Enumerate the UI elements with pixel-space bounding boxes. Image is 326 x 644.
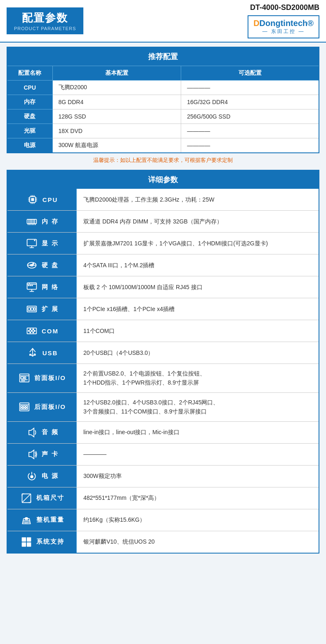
detail-label-text-system: 系统支持: [36, 538, 64, 546]
svg-rect-70: [21, 408, 22, 410]
detail-value-size: 482*551*177mm（宽*深*高）: [77, 487, 319, 509]
system-icon: [20, 535, 33, 549]
svg-rect-69: [26, 406, 27, 408]
detail-label-text-audio: 音 频: [42, 428, 58, 436]
page-title-cn: 配置参数: [22, 11, 68, 25]
svg-rect-44: [31, 308, 33, 311]
svg-point-52: [33, 332, 34, 333]
front-icon: [18, 371, 31, 385]
svg-rect-43: [28, 308, 31, 311]
detail-row-hdd: 硬 盘4个SATA III口，1个M.2插槽: [7, 254, 319, 276]
recommend-table: 推荐配置 配置名称 基本配置 可选配置 CPU飞腾D2000————内存8G D…: [7, 47, 319, 153]
svg-rect-62: [24, 377, 26, 379]
detail-value-display: 扩展景嘉微JM7201 1G显卡，1个VGA接口、1个HDMI接口(可选2G显卡…: [77, 233, 319, 254]
svg-point-47: [28, 330, 30, 332]
detail-row-display: 显 示扩展景嘉微JM7201 1G显卡，1个VGA接口、1个HDMI接口(可选2…: [7, 232, 319, 254]
detail-label-text-power: 电 源: [42, 472, 58, 480]
svg-marker-74: [29, 450, 34, 459]
detail-label-weight: KG 整机重量: [7, 509, 77, 531]
detail-label-cpu: CPU: [7, 189, 77, 210]
svg-rect-57: [30, 354, 31, 356]
recommend-optional-1: 16G/32G DDR4: [181, 95, 319, 109]
recommend-title: 推荐配置: [7, 47, 319, 66]
detail-row-system: 系统支持银河麒麟V10、统信UOS 20: [7, 531, 319, 553]
detail-value-back-io: 12个USB2.0接口、4个USB3.0接口、2个RJ45网口、 3个音频接口、…: [77, 393, 319, 421]
detail-label-power: 电 源: [7, 466, 77, 487]
col-header-name: 配置名称: [7, 66, 52, 81]
brand-name: DDongtintech®: [253, 19, 314, 28]
svg-rect-72: [26, 408, 27, 410]
svg-line-78: [22, 494, 31, 502]
detail-label-usb: USB: [7, 342, 77, 364]
hdd-icon: [25, 259, 38, 272]
detail-value-usb: 20个USB口（4个USB3.0）: [77, 342, 319, 364]
detail-value-power: 300W额定功率: [77, 466, 319, 487]
detail-label-front-io: 前面板I/O: [7, 364, 77, 392]
detail-row-size: 机箱尺寸482*551*177mm（宽*深*高）: [7, 487, 319, 509]
detail-label-size: 机箱尺寸: [7, 487, 77, 509]
svg-marker-73: [29, 428, 34, 437]
detail-value-memory: 双通道 DDR4 内存 DIMM，可支持 32GB（国产内存）: [77, 211, 319, 232]
detail-row-front-io: 前面板I/O2个前置USB2.0、1个电源按钮、1个复位按钮、 1个HDD指示、…: [7, 364, 319, 392]
detail-label-text-com: COM: [42, 328, 59, 335]
svg-rect-91: [26, 542, 31, 547]
svg-rect-39: [32, 285, 33, 286]
detail-row-soundcard: 声 卡————: [7, 443, 319, 465]
detail-value-expand: 1个PCIe x16插槽、1个PCIe x4插槽: [77, 298, 319, 320]
detail-label-text-expand: 扩 展: [42, 305, 58, 313]
detail-row-back-io: 后面板I/O12个USB2.0接口、4个USB3.0接口、2个RJ45网口、 3…: [7, 392, 319, 421]
detail-label-expand: 扩 展: [7, 298, 77, 320]
size-icon: [20, 492, 33, 505]
detail-label-text-size: 机箱尺寸: [36, 494, 64, 502]
memory-icon: [25, 215, 38, 228]
detail-label-hdd: 硬 盘: [7, 254, 77, 276]
detail-row-audio: 音 频line-in接口，line-out接口，Mic-in接口: [7, 421, 319, 443]
detail-label-soundcard: 声 卡: [7, 444, 77, 465]
detail-value-com: 11个COM口: [77, 320, 319, 342]
detail-label-text-network: 网 络: [42, 283, 58, 291]
brand-logo: DDongtintech® — 东田工控 —: [248, 15, 319, 38]
detail-label-text-cpu: CPU: [43, 196, 58, 203]
detail-value-weight: 约16Kg（实称15.6KG）: [77, 509, 319, 531]
detail-label-memory: 内 存: [7, 211, 77, 232]
network-icon: [25, 280, 38, 294]
usb-icon: [26, 346, 39, 359]
product-code: DT-4000-SD2000MB: [248, 3, 319, 12]
recommend-label-2: 硬盘: [7, 109, 52, 124]
svg-text:KG: KG: [25, 522, 28, 524]
detail-row-usb: USB20个USB口（4个USB3.0）: [7, 342, 319, 364]
detail-label-display: 显 示: [7, 233, 77, 254]
detail-row-cpu: CPU飞腾D2000处理器，工作主频 2.3GHz，功耗：25W: [7, 189, 319, 210]
detail-value-network: 板载 2 个 10M/100M/1000M 自适应 RJ45 接口: [77, 276, 319, 298]
recommend-optional-3: ————: [181, 124, 319, 138]
svg-rect-45: [34, 308, 36, 311]
recommend-basic-1: 8G DDR4: [52, 95, 181, 109]
audio-icon: [25, 426, 38, 439]
detail-row-expand: 扩 展1个PCIe x16插槽、1个PCIe x4插槽: [7, 298, 319, 320]
svg-rect-38: [30, 285, 31, 286]
svg-point-33: [33, 263, 34, 264]
display-icon: [25, 237, 38, 250]
detail-label-network: 网 络: [7, 276, 77, 298]
recommend-optional-2: 256G/500G SSD: [181, 109, 319, 124]
recommend-basic-4: 300W 航嘉电源: [52, 138, 181, 153]
svg-point-48: [30, 329, 31, 330]
recommend-basic-0: 飞腾D2000: [52, 81, 181, 95]
svg-point-84: [26, 518, 27, 519]
detail-label-text-display: 显 示: [42, 240, 58, 247]
svg-rect-88: [21, 537, 26, 542]
svg-rect-90: [21, 542, 26, 547]
detail-label-text-hdd: 硬 盘: [42, 261, 58, 269]
detail-value-front-io: 2个前置USB2.0、1个电源按钮、1个复位按钮、 1个HDD指示、1个PWR指…: [77, 364, 319, 392]
detail-row-power: 电 源300W额定功率: [7, 465, 319, 487]
detail-label-audio: 音 频: [7, 422, 77, 443]
header-right: DT-4000-SD2000MB DDongtintech® — 东田工控 —: [248, 3, 319, 38]
brand-cn: — 东田工控 —: [253, 28, 314, 35]
svg-rect-13: [31, 198, 34, 201]
svg-point-76: [30, 475, 34, 478]
recommend-basic-3: 18X DVD: [52, 124, 181, 138]
back-icon: [18, 400, 31, 413]
col-header-basic: 基本配置: [52, 66, 181, 81]
detail-label-back-io: 后面板I/O: [7, 393, 77, 421]
detail-label-text-weight: 整机重量: [36, 516, 64, 524]
